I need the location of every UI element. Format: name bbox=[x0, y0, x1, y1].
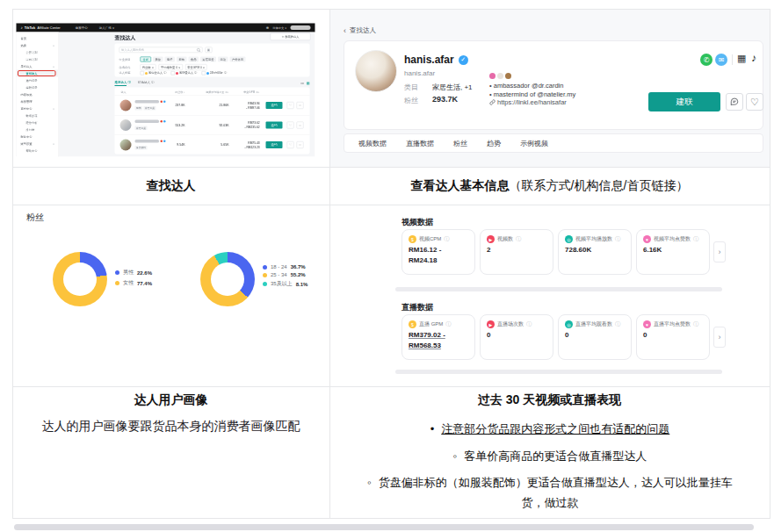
creator-tag-checkbox[interactable]: 24h内回复 ⓘ bbox=[201, 71, 227, 75]
tiktok-icon[interactable]: ♪ bbox=[751, 52, 756, 64]
legend-label: 女性 bbox=[123, 279, 134, 287]
profile-tab[interactable]: 示例视频 bbox=[520, 139, 548, 148]
category-pill[interactable]: 家居百货 bbox=[200, 57, 216, 62]
favorite-button[interactable]: ♡ bbox=[287, 141, 294, 148]
language-selector[interactable]: 简体中文 ∨ bbox=[272, 25, 286, 30]
category-pill[interactable]: 全部 bbox=[141, 57, 152, 62]
metric-card: ▶直播场次数ⓘ0 bbox=[480, 314, 553, 360]
filter-dropdown[interactable]: 平均播放量 0 ∨ bbox=[159, 64, 183, 70]
grid-view-icon[interactable]: ▦ bbox=[307, 81, 310, 85]
table-row[interactable]: 家居百货553.2K92.03KRM73.62- RM235.62邀约♡⋯ bbox=[115, 115, 310, 135]
info-icon[interactable]: ⓘ bbox=[444, 235, 449, 243]
favorite-button[interactable]: ♡ bbox=[746, 93, 763, 111]
creator-tag-checkbox[interactable]: 高销量达人 ⓘ bbox=[170, 71, 197, 75]
list-view-icon[interactable]: ≔ bbox=[300, 81, 304, 85]
next-metrics-button[interactable]: › bbox=[713, 327, 726, 348]
back-link[interactable]: ‹ 查找达人 bbox=[344, 26, 376, 35]
more-button[interactable]: ⋯ bbox=[297, 102, 304, 109]
sidebar-item[interactable]: 数据参谋 bbox=[17, 112, 59, 119]
saved-creators-button[interactable]: ☆ 收藏的达人 bbox=[271, 33, 311, 41]
metrics-scrollbar[interactable] bbox=[395, 287, 722, 291]
creator-list-tab[interactable]: 精选达人 ⓘ bbox=[138, 81, 154, 85]
profile-tab[interactable]: 视频数据 bbox=[358, 139, 387, 148]
favorite-button[interactable]: ♡ bbox=[287, 122, 294, 129]
creator-tag-checkbox[interactable]: 高佣金达人 ⓘ bbox=[141, 71, 167, 75]
filter-toggle-button[interactable]: ▣ bbox=[206, 47, 213, 54]
avatar bbox=[120, 140, 132, 151]
contact-button[interactable]: 建联 bbox=[648, 92, 720, 111]
sidebar-item[interactable]: 寻找达人∧ bbox=[17, 63, 59, 70]
topnav-item[interactable]: 达人广场 ∨ bbox=[99, 25, 115, 30]
column-header[interactable]: 粉丝数 ↕ bbox=[155, 90, 185, 95]
sidebar-item[interactable]: 帮助中心 bbox=[17, 147, 59, 155]
profile-tab[interactable]: 趋势 bbox=[487, 139, 501, 148]
filter-dropdown[interactable]: 带货GPM 0 ∨ bbox=[185, 64, 207, 70]
info-icon[interactable]: ⓘ bbox=[615, 235, 620, 243]
whatsapp-icon[interactable]: ✆ bbox=[700, 54, 713, 66]
info-icon[interactable]: ⓘ bbox=[693, 235, 698, 243]
sidebar-item[interactable]: 素材中心∨ bbox=[17, 105, 59, 112]
qr-code-icon[interactable]: ▦ bbox=[737, 53, 746, 64]
legend-dot-icon bbox=[263, 273, 267, 277]
caption-user-portrait-text: 达人的用户画像要跟货品本身的消费者画像匹配 bbox=[12, 417, 329, 436]
sidebar-item[interactable]: 定向计划 bbox=[17, 56, 59, 63]
bio-line: • mastermind of @natelier.my bbox=[489, 90, 639, 99]
category-pill[interactable]: 食品 bbox=[189, 57, 199, 62]
search-input[interactable]: 输入达人昵称搜索 bbox=[119, 47, 203, 54]
ribbon-emoji bbox=[497, 73, 503, 79]
favorite-button[interactable]: ♡ bbox=[287, 102, 294, 109]
more-button[interactable]: ⋯ bbox=[297, 122, 304, 129]
sidebar-item[interactable]: 经营分析 bbox=[17, 119, 59, 126]
sidebar-item[interactable]: 热卖∨ bbox=[17, 42, 59, 49]
sidebar-item[interactable]: 财务中心 bbox=[17, 133, 59, 140]
sidebar-item[interactable]: 查找达人 bbox=[17, 70, 59, 77]
sidebar-item[interactable]: 排行榜 bbox=[17, 126, 59, 133]
user-account-pill[interactable] bbox=[291, 25, 311, 30]
column-header[interactable]: 带货GPM ⓘ↕ bbox=[225, 90, 260, 95]
age-donut-chart bbox=[200, 252, 255, 306]
brand-suffix: Affiliate Center bbox=[38, 25, 61, 30]
filter-label: 行业类目 bbox=[119, 57, 139, 61]
table-row[interactable]: 食品饮料9.54K5.65KRM75.43- RM123.23邀约♡⋯ bbox=[115, 135, 310, 155]
sidebar-item[interactable]: 公开计划 bbox=[17, 49, 59, 56]
creator-list-tab[interactable]: 推荐达人 ⓘ bbox=[115, 81, 131, 85]
fans-count: 553.2K bbox=[155, 124, 185, 127]
category-pill[interactable]: 户外休闲 bbox=[230, 57, 246, 62]
category-pill[interactable]: 电子 bbox=[165, 57, 176, 62]
topnav-item[interactable]: 商家中心 bbox=[76, 25, 88, 30]
invite-button[interactable]: 邀约 bbox=[266, 141, 283, 148]
column-header[interactable]: 视频平均播放量 ⓘ↕ bbox=[185, 90, 229, 95]
chat-button[interactable] bbox=[726, 93, 743, 111]
invite-button[interactable]: 邀约 bbox=[266, 122, 283, 129]
info-icon[interactable]: ⓘ bbox=[526, 320, 532, 328]
sidebar-item[interactable]: 建联记录 bbox=[17, 84, 59, 91]
info-icon[interactable]: ⓘ bbox=[615, 320, 620, 328]
metrics-scrollbar[interactable] bbox=[395, 370, 722, 374]
bio-link[interactable]: https://linkl.ee/hanisafar bbox=[489, 98, 639, 106]
red-dot-icon bbox=[161, 140, 163, 143]
sidebar-item[interactable]: 邀约记录 bbox=[17, 77, 59, 84]
category-pill[interactable]: 美妆 bbox=[153, 57, 163, 62]
next-metrics-button[interactable]: › bbox=[713, 241, 726, 262]
profile-tab[interactable]: 粉丝 bbox=[453, 139, 467, 148]
sidebar-item[interactable]: 样品管理 bbox=[17, 98, 59, 105]
globe-icon[interactable]: ⊕ bbox=[266, 25, 269, 30]
category-pill[interactable]: 服饰 bbox=[177, 57, 187, 62]
sidebar-item[interactable]: 内容加热 bbox=[17, 91, 59, 98]
info-icon[interactable]: ⓘ bbox=[693, 320, 698, 328]
more-button[interactable]: ⋯ bbox=[297, 141, 304, 148]
profile-tab[interactable]: 直播数据 bbox=[406, 139, 434, 148]
horizontal-scrollbar[interactable] bbox=[14, 524, 754, 530]
gpm-range: - RM123.23 bbox=[225, 146, 260, 149]
table-row[interactable]: 服饰家居百货237.8K21.86KRM43.94- RM97.06邀约♡⋯ bbox=[115, 96, 310, 116]
sidebar-item-label: 查找达人 bbox=[26, 71, 38, 75]
category-pill[interactable]: 运动 bbox=[218, 57, 228, 62]
sidebar-item[interactable]: 首页 bbox=[17, 35, 59, 42]
invite-button[interactable]: 邀约 bbox=[266, 102, 283, 109]
metric-card: ◎视频平均播放数ⓘ728.60K bbox=[558, 229, 632, 275]
sidebar-item[interactable]: 账号设置∨ bbox=[17, 140, 59, 147]
info-icon[interactable]: ⓘ bbox=[516, 235, 521, 243]
info-icon[interactable]: ⓘ bbox=[445, 320, 451, 328]
filter-dropdown[interactable]: 粉丝数 ∨ bbox=[141, 64, 156, 70]
email-icon[interactable]: ✉ bbox=[715, 54, 727, 66]
